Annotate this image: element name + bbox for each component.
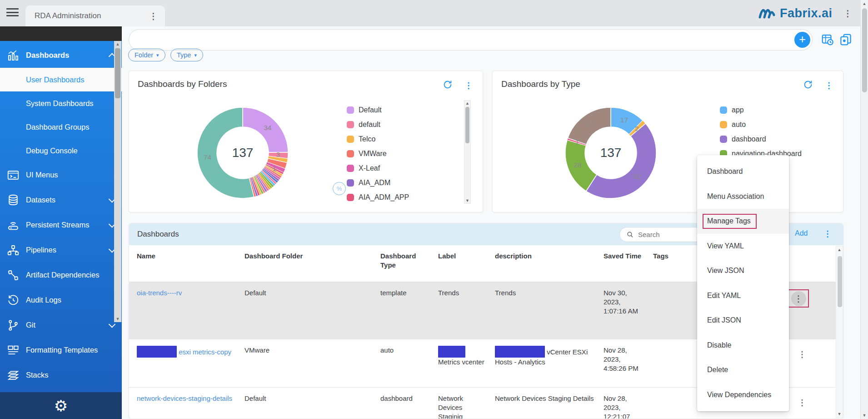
scroll-up-icon[interactable]: ▲	[114, 42, 121, 46]
global-search-input[interactable]	[129, 29, 813, 50]
legend-scrollbar[interactable]: ▲ ▼	[464, 100, 471, 204]
window-scrollbar[interactable]: ▲ ▼	[860, 0, 868, 419]
menu-item-edit-yaml[interactable]: Edit YAML	[697, 283, 789, 308]
types-donut-chart[interactable]: 1726228127137	[561, 103, 661, 203]
sidebar-item-dashboard-groups[interactable]: Dashboard Groups	[0, 115, 122, 139]
redacted-block	[495, 346, 545, 358]
sidebar-item-dashboards[interactable]: Dashboards	[0, 43, 122, 68]
sidebar-item-debug-console[interactable]: Debug Console	[0, 139, 122, 162]
menu-item-view-yaml[interactable]: View YAML	[697, 234, 789, 259]
table-kebab-icon[interactable]: ⋮	[823, 230, 832, 238]
scrollbar-thumb[interactable]	[862, 8, 867, 92]
settings-gear-icon[interactable]: ⚙	[54, 398, 68, 414]
sidebar-item-git[interactable]: Git	[0, 313, 122, 338]
legend-item[interactable]: Telco	[347, 132, 409, 146]
sidebar-item-user-dashboards[interactable]: User Dashboards	[0, 68, 122, 91]
menu-item-view-dependencies[interactable]: View Dependencies	[697, 383, 789, 408]
dashboard-name-link[interactable]: oia-trends----rv	[137, 289, 182, 297]
brand-name: Fabrix.ai	[780, 6, 833, 20]
scrollbar-thumb[interactable]	[115, 48, 120, 98]
menu-item-menu-association[interactable]: Menu Association	[697, 184, 789, 209]
history-clock-icon	[6, 293, 20, 307]
sidebar-item-formatting-templates[interactable]: Formatting Templates	[0, 338, 122, 363]
percent-toggle-icon[interactable]: %	[333, 182, 346, 195]
col-header-description[interactable]: description	[495, 245, 604, 282]
folders-legend: Default default Telco VMWare X-Leaf AIA_…	[347, 103, 409, 205]
hamburger-menu-icon[interactable]	[6, 8, 19, 17]
sidebar-item-system-dashboards[interactable]: System Dashboards	[0, 91, 122, 115]
legend-item[interactable]: dashboard	[720, 132, 802, 146]
col-header-folder[interactable]: Dashboard Folder	[244, 245, 380, 282]
browser-tab[interactable]: RDA Administration ⋮	[25, 5, 165, 26]
scroll-up-icon[interactable]: ▲	[464, 101, 470, 106]
sidebar: Dashboards User Dashboards System Dashbo…	[0, 26, 122, 419]
menu-item-dashboard[interactable]: Dashboard	[697, 159, 789, 184]
scrollbar-thumb[interactable]	[465, 107, 469, 143]
legend-swatch	[720, 106, 727, 114]
sidebar-item-ui-menus[interactable]: UI Menus	[0, 162, 122, 187]
sidebar-item-stacks[interactable]: Stacks	[0, 363, 122, 388]
menu-item-edit-json[interactable]: Edit JSON	[697, 308, 789, 333]
menu-item-disable[interactable]: Disable	[697, 333, 789, 358]
legend-item[interactable]: app	[720, 103, 802, 117]
col-header-type[interactable]: Dashboard Type	[380, 245, 438, 282]
sidebar-item-pipelines[interactable]: Pipelines	[0, 237, 122, 263]
scroll-down-icon[interactable]: ▼	[114, 317, 121, 321]
sidebar-item-artifact-dependencies[interactable]: Artifact Dependencies	[0, 263, 122, 288]
filter-chip-type[interactable]: Type▾	[170, 49, 203, 61]
legend-item[interactable]: X-Leaf	[347, 161, 409, 176]
legend-item[interactable]: AIA_ADM	[347, 176, 409, 190]
add-dashboard-button[interactable]: Add	[795, 229, 808, 237]
dashboard-name-link[interactable]: esxi metrics-copy	[137, 348, 231, 356]
scrollbar-thumb[interactable]	[838, 256, 842, 307]
scroll-up-icon[interactable]: ▲	[836, 247, 843, 252]
col-header-name[interactable]: Name	[137, 245, 244, 282]
stream-device-icon	[6, 218, 20, 232]
menu-item-view-json[interactable]: View JSON	[697, 258, 789, 283]
row-kebab-icon[interactable]: ⋮	[798, 399, 806, 407]
svg-text:28: 28	[574, 161, 581, 169]
copy-pages-icon[interactable]	[839, 33, 853, 48]
table-scrollbar[interactable]: ▲ ▼	[836, 246, 843, 418]
tab-kebab-icon[interactable]: ⋮	[149, 12, 158, 20]
svg-text:2: 2	[635, 125, 639, 132]
legend-item[interactable]: VMWare	[347, 146, 409, 161]
sidebar-item-datasets[interactable]: Datasets	[0, 187, 122, 212]
dashboard-name-link[interactable]: network-devices-staging-details	[137, 394, 232, 402]
sidebar-item-persistent-streams[interactable]: Persistent Streams	[0, 212, 122, 237]
legend-swatch	[347, 121, 354, 128]
legend-item[interactable]: AIA_ADM_APP	[347, 190, 409, 205]
row-actions-active[interactable]: ⋮	[791, 291, 806, 306]
legend-item[interactable]: Default	[347, 103, 409, 117]
sidebar-scrollbar[interactable]: ▲ ▼	[114, 41, 121, 322]
menu-item-delete[interactable]: Delete	[697, 358, 789, 383]
scroll-down-icon[interactable]: ▼	[836, 412, 843, 416]
legend-item[interactable]: default	[347, 117, 409, 132]
col-header-saved-time[interactable]: Saved Time	[604, 245, 653, 282]
folders-donut-chart[interactable]: 343174137	[193, 103, 293, 203]
add-circle-button[interactable]: +	[794, 32, 810, 48]
filter-chip-folder[interactable]: Folder▾	[128, 49, 165, 61]
scroll-down-icon[interactable]: ▼	[464, 198, 470, 203]
col-header-label[interactable]: Label	[438, 245, 495, 282]
card-title: Dashboards by Folders	[138, 79, 227, 89]
row-kebab-icon[interactable]: ⋮	[794, 294, 803, 303]
card-title: Dashboards by Type	[501, 79, 580, 89]
scroll-up-icon[interactable]: ▲	[861, 1, 868, 6]
topbar-kebab-icon[interactable]: ⋮	[843, 9, 852, 18]
report-schedule-icon[interactable]	[821, 33, 834, 48]
annotation-box: Manage Tags	[703, 214, 757, 229]
legend-item[interactable]: auto	[720, 117, 802, 132]
search-placeholder: Search	[638, 231, 660, 238]
scroll-down-icon[interactable]: ▼	[861, 413, 868, 418]
refresh-icon[interactable]	[803, 80, 813, 91]
card-kebab-icon[interactable]: ⋮	[825, 81, 833, 90]
menu-item-manage-tags[interactable]: Manage Tags	[697, 209, 789, 234]
refresh-icon[interactable]	[443, 80, 453, 91]
linked-nodes-icon	[6, 268, 20, 282]
svg-text:74: 74	[204, 153, 212, 161]
sidebar-item-audit-logs[interactable]: Audit Logs	[0, 288, 122, 313]
row-kebab-icon[interactable]: ⋮	[798, 350, 806, 358]
caret-down-icon: ▾	[156, 52, 159, 58]
card-kebab-icon[interactable]: ⋮	[464, 81, 473, 90]
